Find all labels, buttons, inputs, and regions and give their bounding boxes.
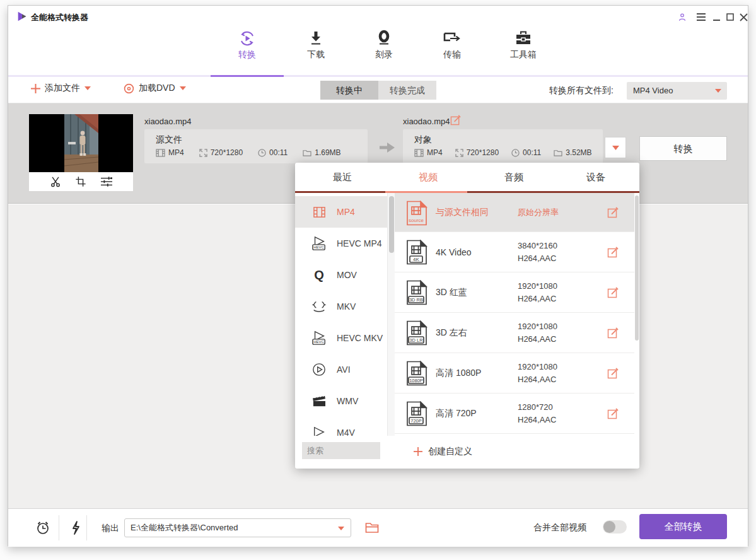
minimize-icon[interactable] — [709, 11, 723, 23]
menu-icon[interactable] — [694, 11, 708, 23]
preset-row-same-as-source[interactable]: source 与源文件相同 原始分辨率 — [395, 193, 634, 232]
target-format-dropdown-button[interactable] — [605, 137, 626, 158]
output-path-select[interactable]: E:\全能格式转换器\Converted — [124, 518, 351, 537]
account-icon[interactable] — [675, 11, 689, 23]
add-file-button[interactable]: 添加文件 — [31, 83, 91, 94]
edit-preset-icon[interactable] — [607, 327, 619, 339]
bottom-bar: 输出 E:\全能格式转换器\Converted 合并全部视频 全部转换 — [8, 508, 748, 547]
avi-play-circle-icon — [310, 363, 328, 376]
preset-row-1080p[interactable]: 1080P 高清 1080P 1920*1080H264,AAC — [395, 353, 634, 394]
resolution-icon — [455, 149, 463, 157]
target-label: 对象 — [414, 134, 432, 146]
source-info-box: 源文件 MP4 720*1280 00:11 1.69MB — [144, 129, 368, 163]
target-filename: xiaodao.mp4 — [403, 117, 450, 126]
load-dvd-button[interactable]: 加载DVD — [124, 83, 186, 94]
format-popup: 最近 视频 音频 设备 MP4 HEVC HEVC MP4 Q MOV — [295, 163, 639, 469]
format-item-wmv[interactable]: WMV — [295, 385, 387, 417]
convert-button[interactable]: 转换 — [639, 136, 727, 161]
edit-preset-icon[interactable] — [607, 408, 619, 419]
format-item-hevc-mkv[interactable]: HEVC HEVC MKV — [295, 322, 387, 354]
nav-convert[interactable]: 转换 — [227, 30, 267, 61]
popup-tab-video[interactable]: 视频 — [385, 163, 471, 191]
output-format-select[interactable]: MP4 Video — [627, 82, 727, 100]
convert-all-button[interactable]: 全部转换 — [639, 514, 727, 539]
source-label: 源文件 — [156, 134, 182, 146]
svg-text:HEVC: HEVC — [313, 340, 324, 344]
edit-preset-icon[interactable] — [607, 287, 619, 298]
preset-file-icon: 4K — [405, 240, 428, 265]
source-resolution: 720*1280 — [199, 148, 243, 157]
target-format: MP4 — [414, 148, 443, 157]
high-speed-lightning-icon[interactable] — [70, 520, 81, 535]
schedule-alarm-icon[interactable] — [35, 520, 50, 535]
tab-converting[interactable]: 转换中 — [320, 81, 378, 100]
crop-icon[interactable] — [75, 176, 86, 187]
nav-toolbox[interactable]: 工具箱 — [503, 30, 544, 61]
preset-row-3d-lr[interactable]: 3D LR 3D 左右 1920*1080H264,AAC — [395, 313, 634, 353]
format-item-avi[interactable]: AVI — [295, 354, 387, 385]
format-list-scrollbar[interactable] — [387, 193, 395, 436]
open-folder-icon[interactable] — [365, 522, 379, 534]
plus-icon — [414, 447, 422, 456]
svg-text:3D RB: 3D RB — [409, 297, 423, 303]
titlebar: 全能格式转换器 — [8, 6, 748, 27]
film-icon — [156, 149, 165, 157]
format-item-mov[interactable]: Q MOV — [295, 259, 387, 291]
convert-all-to-label: 转换所有文件到: — [549, 85, 614, 96]
merge-videos-toggle[interactable] — [603, 520, 627, 534]
convert-icon — [227, 30, 267, 49]
thumbnail-image — [29, 114, 133, 172]
nav-burn[interactable]: 刻录 — [364, 30, 404, 61]
target-resolution: 720*1280 — [455, 148, 499, 157]
effects-sliders-icon[interactable] — [100, 176, 113, 187]
toolbox-icon — [503, 30, 544, 49]
preset-row-3d-rb[interactable]: 3D RB 3D 红蓝 1920*1080H264,AAC — [395, 272, 634, 313]
folder-icon — [303, 149, 311, 156]
nav-transfer[interactable]: 传输 — [432, 30, 472, 61]
search-input[interactable] — [302, 442, 380, 459]
app-logo-icon — [16, 11, 28, 22]
source-duration: 00:11 — [258, 148, 288, 157]
target-info-box: 对象 MP4 720*1280 00:11 3.52MB — [403, 129, 603, 163]
popup-tab-device[interactable]: 设备 — [553, 163, 639, 191]
nav-download[interactable]: 下载 — [296, 30, 336, 61]
preset-list: source 与源文件相同 原始分辨率 4K — [395, 193, 634, 437]
popup-tab-audio[interactable]: 音频 — [471, 163, 557, 191]
rename-edit-icon[interactable] — [450, 115, 461, 125]
preset-row-720p[interactable]: 720P 高清 720P 1280*720H264,AAC — [395, 394, 634, 434]
chevron-down-icon — [715, 89, 721, 93]
edit-preset-icon[interactable] — [607, 247, 619, 258]
source-file-icon: source — [405, 201, 428, 226]
quicktime-icon: Q — [310, 268, 328, 283]
svg-text:source: source — [409, 218, 424, 223]
source-size: 1.69MB — [303, 148, 340, 157]
preset-list-scrollbar[interactable] — [634, 193, 639, 437]
download-icon — [296, 30, 336, 49]
mkv-braces-icon — [310, 300, 328, 313]
format-item-mkv[interactable]: MKV — [295, 291, 387, 322]
format-item-mp4[interactable]: MP4 — [295, 196, 387, 228]
format-item-hevc-mp4[interactable]: HEVC HEVC MP4 — [295, 228, 387, 259]
close-icon[interactable] — [736, 11, 750, 23]
svg-text:3D LR: 3D LR — [409, 337, 423, 343]
popup-tab-recent[interactable]: 最近 — [299, 163, 385, 191]
edit-preset-icon[interactable] — [607, 207, 619, 218]
film-icon — [414, 149, 424, 157]
burn-disc-icon — [364, 30, 404, 49]
edit-preset-icon[interactable] — [607, 368, 619, 379]
preset-row-4k[interactable]: 4K 4K Video 3840*2160H264,AAC — [395, 232, 634, 272]
create-custom-button[interactable]: 创建自定义 — [414, 446, 472, 457]
folder-icon — [554, 149, 562, 156]
hevc-play-icon: HEVC — [310, 330, 328, 346]
preset-file-icon: 3D LR — [405, 320, 428, 346]
output-label: 输出 — [102, 523, 119, 534]
toolbar: 添加文件 加载DVD 转换中 转换完成 转换所有文件到: MP4 Video — [8, 77, 748, 103]
chevron-down-icon — [84, 86, 91, 90]
dvd-icon — [124, 83, 134, 94]
maximize-icon[interactable] — [723, 11, 737, 23]
tab-converted[interactable]: 转换完成 — [378, 81, 436, 100]
svg-text:HEVC: HEVC — [313, 245, 324, 249]
trim-scissors-icon[interactable] — [50, 176, 61, 187]
format-item-m4v[interactable]: M4V — [295, 417, 387, 436]
preset-file-icon: 3D RB — [405, 280, 428, 305]
